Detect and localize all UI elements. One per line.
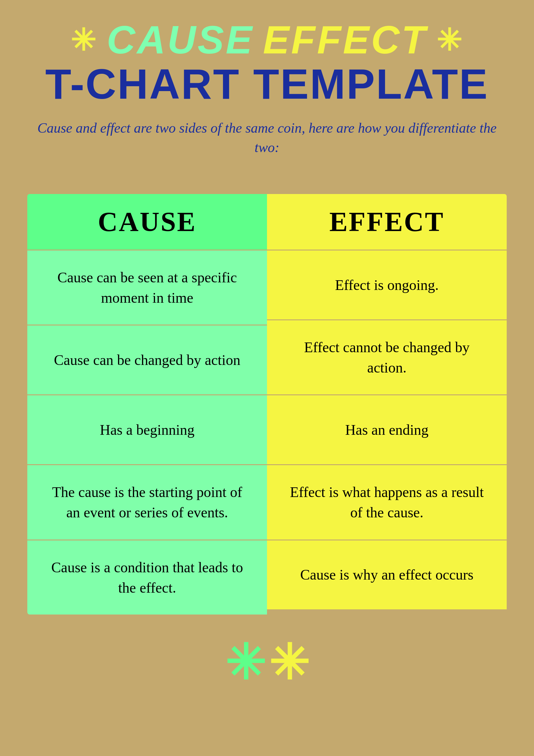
effect-row-2: Effect cannot be changed by action. — [267, 319, 507, 394]
effect-row-3-text: Has an ending — [345, 419, 429, 440]
cause-row-1: Cause can be seen at a specific moment i… — [27, 250, 267, 325]
cause-column: CAUSE Cause can be seen at a specific mo… — [27, 194, 267, 614]
bottom-decoration: ✳ ✳ — [225, 639, 309, 688]
cause-row-4-text: The cause is the starting point of an ev… — [45, 482, 249, 523]
effect-row-4-text: Effect is what happens as a result of th… — [285, 482, 489, 523]
effect-row-1-text: Effect is ongoing. — [335, 275, 439, 295]
cause-row-2-text: Cause can be changed by action — [54, 350, 240, 370]
title-line1: ✳ CAUSE EFFECT ✳ — [24, 18, 510, 62]
effect-column-header: EFFECT — [267, 194, 507, 250]
effect-column: EFFECT Effect is ongoing. Effect cannot … — [267, 194, 507, 614]
effect-row-2-text: Effect cannot be changed by action. — [285, 337, 489, 378]
header-section: ✳ CAUSE EFFECT ✳ T-CHART TEMPLATE Cause … — [24, 18, 510, 176]
subtitle-text: Cause and effect are two sides of the sa… — [24, 119, 510, 158]
star-right-icon: ✳ — [436, 25, 464, 55]
cause-row-4: The cause is the starting point of an ev… — [27, 464, 267, 539]
cause-row-5-text: Cause is a condition that leads to the e… — [45, 557, 249, 598]
effect-row-1: Effect is ongoing. — [267, 250, 507, 319]
cause-row-1-text: Cause can be seen at a specific moment i… — [45, 267, 249, 308]
star-left-icon: ✳ — [70, 25, 98, 55]
title-effect: EFFECT — [263, 18, 427, 62]
cause-row-2: Cause can be changed by action — [27, 325, 267, 394]
effect-row-5-text: Cause is why an effect occurs — [300, 564, 473, 585]
cause-row-3-text: Has a beginning — [100, 419, 194, 440]
bottom-star-green-icon: ✳ — [225, 639, 266, 688]
cause-column-header: CAUSE — [27, 194, 267, 250]
title-cause: CAUSE — [107, 18, 254, 62]
cause-row-5: Cause is a condition that leads to the e… — [27, 540, 267, 614]
title-line2: T-CHART TEMPLATE — [24, 62, 510, 106]
tchart-container: CAUSE Cause can be seen at a specific mo… — [27, 194, 507, 614]
effect-row-4: Effect is what happens as a result of th… — [267, 464, 507, 539]
cause-row-3: Has a beginning — [27, 394, 267, 464]
effect-row-5: Cause is why an effect occurs — [267, 540, 507, 609]
bottom-star-yellow-icon: ✳ — [268, 639, 309, 688]
effect-row-3: Has an ending — [267, 394, 507, 464]
